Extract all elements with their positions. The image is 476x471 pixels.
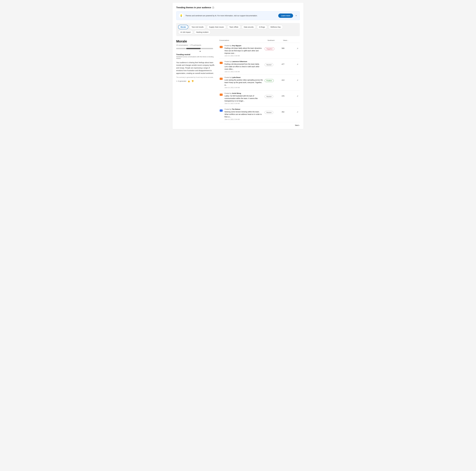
conv-text: Noticing some tension brewing within the… — [224, 111, 263, 118]
chat-icon — [219, 45, 223, 49]
trending-sub: Sentiment across conversations with this… — [176, 56, 214, 59]
theme-tab-wellness-day[interactable]: Wellness Day — [268, 25, 283, 29]
bar-negative — [176, 48, 186, 49]
conv-views: 413 — [282, 76, 293, 81]
conv-date: June 14, 2023, 9:34 AM — [224, 87, 263, 88]
trend-button[interactable]: ↗ — [297, 47, 298, 50]
conv-date: June 14, 2023, 9:34 AM — [224, 119, 263, 120]
themes-tabs: Morale Year end results Supply chain iss… — [176, 23, 300, 36]
next-label: Next — [295, 124, 299, 126]
svg-point-17 — [221, 110, 221, 111]
bar-neutral — [186, 48, 201, 49]
conv-views: 352 — [282, 108, 293, 113]
conv-action: ↗ — [295, 45, 300, 50]
ai-banner-icon: 💡 — [179, 13, 184, 18]
trend-button[interactable]: ↗ — [297, 111, 298, 113]
theme-tab-data-security[interactable]: Data security — [242, 25, 256, 29]
conv-sentiment: Negative — [265, 45, 280, 50]
theme-tab-supply-chain[interactable]: Supply chain issues — [207, 25, 226, 29]
theme-title: Morale — [176, 39, 214, 43]
ai-banner-text: Themes and sentiment are powered by AI. … — [186, 15, 276, 17]
conv-text: Lately, I've felt frustrated with the la… — [224, 95, 263, 102]
conversations-count: 15 conversations — [176, 44, 188, 46]
page-title-text: Trending themes in your audience — [176, 6, 211, 9]
ai-disclaimer: The summary is generated by AI and may n… — [176, 76, 214, 78]
conv-date: June 14, 2023, 9:34 AM — [224, 71, 263, 72]
conv-sentiment: Neutral — [265, 108, 280, 114]
participants-count: 275 participants — [190, 44, 201, 46]
svg-point-2 — [221, 47, 221, 47]
conv-content: Posted by Lawrence Gilbertson Feeling a … — [224, 61, 263, 72]
ai-generated-label: ✦ AI-generated — [176, 80, 186, 82]
learn-more-button[interactable]: Learn more — [278, 14, 293, 18]
next-button[interactable]: Next › — [295, 124, 300, 126]
conv-author: Posted by Amy Nguyen — [224, 45, 263, 47]
conv-content: Posted by Tim Deboer Noticing some tensi… — [224, 108, 263, 120]
pagination: Next › — [219, 124, 300, 126]
conv-content: Posted by Amy Nguyen Feeling a bit down … — [224, 45, 263, 57]
col-sentiment-header: Sentiment — [268, 39, 283, 41]
svg-point-11 — [222, 79, 222, 79]
conv-action: ↗ — [295, 108, 300, 113]
sparkle-icon: ✦ — [176, 80, 177, 82]
sentiment-badge-neutral: Neutral — [265, 111, 273, 114]
svg-point-6 — [221, 63, 221, 63]
table-row: Posted by Lydia Bauer Love seeing the po… — [219, 75, 300, 90]
theme-tab-hacking-incident[interactable]: Hacking incident — [194, 30, 211, 34]
theme-tab-ai-job-impact[interactable]: AI Job Impact — [178, 30, 193, 34]
ai-footer: ✦ AI-generated 👍 👎 — [176, 80, 214, 82]
theme-description: Your audience is sharing their feelings … — [176, 61, 214, 75]
trending-label: Trending neutral — [176, 53, 214, 55]
sort-arrow-icon: ↓ — [288, 40, 288, 41]
bar-positive — [201, 48, 213, 49]
trend-button[interactable]: ↗ — [297, 63, 298, 66]
table-row: Posted by Lawrence Gilbertson Feeling a … — [219, 59, 300, 75]
chat-icon — [219, 77, 223, 81]
conv-text: Feeling a bit disconnected from the team… — [224, 63, 263, 70]
right-panel: Conversations Sentiment Views ↓ — [219, 39, 300, 126]
conv-action: ↗ — [295, 61, 300, 66]
sentiment-bar — [176, 48, 214, 49]
chat-icon — [219, 109, 223, 113]
conv-author: Posted by Lydia Bauer — [224, 76, 263, 78]
svg-point-7 — [222, 63, 222, 63]
conv-text: Love seeing the positive vibes spreading… — [224, 79, 263, 86]
svg-point-14 — [221, 95, 221, 95]
svg-point-19 — [222, 110, 222, 111]
theme-meta: 15 conversations • 275 participants — [176, 44, 214, 46]
info-icon[interactable]: ℹ — [212, 7, 214, 9]
triangle-icon: ▲ — [199, 50, 201, 52]
theme-tab-morale[interactable]: Morale — [178, 25, 188, 29]
conv-sentiment: Positive — [265, 76, 280, 82]
trend-button[interactable]: ↗ — [297, 79, 298, 81]
trend-button[interactable]: ↗ — [297, 95, 298, 97]
left-panel: Morale 15 conversations • 275 participan… — [176, 39, 214, 126]
col-conversations-header: Conversations — [219, 39, 268, 41]
conv-date: June 14, 2023, 9:34 AM — [224, 103, 263, 104]
conv-author: Posted by Astrid Wong — [224, 92, 263, 94]
conv-action: ↗ — [295, 76, 300, 81]
svg-point-15 — [222, 95, 222, 95]
table-header: Conversations Sentiment Views ↓ — [219, 39, 300, 43]
close-banner-button[interactable]: × — [295, 14, 297, 17]
sentiment-badge-negative: Negative — [265, 47, 274, 50]
table-row: Posted by Astrid Wong Lately, I've felt … — [219, 90, 300, 106]
sentiment-badge-neutral: Neutral — [265, 95, 273, 98]
thumbs-up-button[interactable]: 👍 — [187, 80, 190, 82]
theme-tab-team-offsite[interactable]: Team offsite — [227, 25, 241, 29]
lightbulb-icon: 💡 — [180, 14, 183, 17]
conv-author: Posted by Tim Deboer — [224, 108, 263, 110]
theme-tab-ai-bugs[interactable]: AI Bugs — [257, 25, 267, 29]
svg-point-9 — [221, 79, 221, 79]
bar-indicator: ▲ — [176, 50, 214, 52]
col-views-header[interactable]: Views ↓ — [283, 39, 295, 41]
theme-tab-year-end[interactable]: Year end results — [189, 25, 206, 29]
sentiment-badge-positive: Positive — [265, 79, 274, 82]
next-arrow-icon: › — [299, 124, 300, 126]
svg-point-3 — [222, 47, 222, 47]
conv-views: 589 — [282, 45, 293, 49]
thumbs-down-button[interactable]: 👎 — [191, 80, 194, 82]
conv-content: Posted by Lydia Bauer Love seeing the po… — [224, 76, 263, 88]
conv-date: June 14, 2023, 9:34 AM — [224, 55, 263, 57]
svg-point-10 — [221, 79, 221, 79]
